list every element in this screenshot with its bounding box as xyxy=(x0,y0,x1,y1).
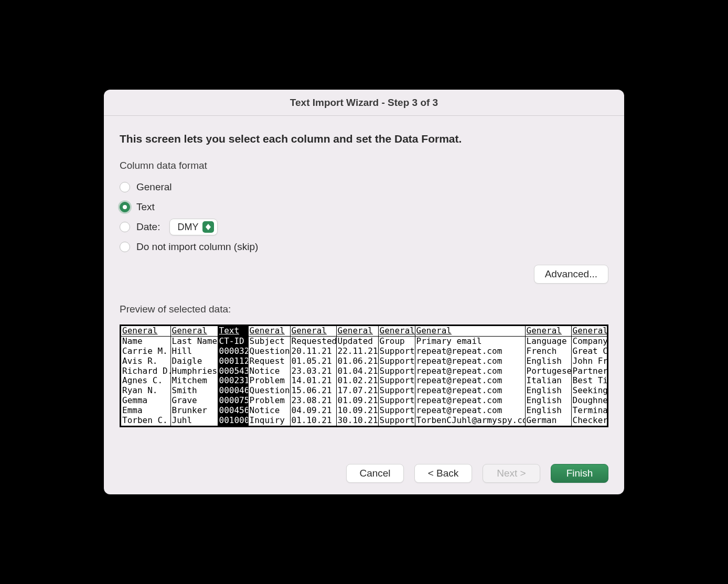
preview-cell[interactable]: 01.04.21 xyxy=(336,366,378,376)
column-format-header[interactable]: General xyxy=(248,326,290,336)
preview-cell[interactable]: Humphries xyxy=(170,366,218,376)
column-format-header[interactable]: General xyxy=(571,326,608,336)
column-format-header[interactable]: General xyxy=(121,326,170,336)
preview-cell[interactable]: Updated xyxy=(336,336,378,346)
preview-cell[interactable]: repeat@repeat.com xyxy=(415,406,525,416)
preview-cell[interactable]: Language xyxy=(525,336,571,346)
preview-cell[interactable]: Requested xyxy=(290,336,336,346)
advanced-button[interactable]: Advanced... xyxy=(534,265,608,284)
preview-cell[interactable]: Primary email xyxy=(415,336,525,346)
preview-cell[interactable]: John Free xyxy=(571,356,608,366)
preview-cell[interactable]: Company xyxy=(571,336,608,346)
column-format-header[interactable]: Text xyxy=(218,326,248,336)
preview-cell[interactable]: 01.09.21 xyxy=(336,396,378,406)
preview-cell[interactable]: 01.02.21 xyxy=(336,376,378,386)
preview-cell[interactable]: Support xyxy=(378,366,415,376)
preview-cell[interactable]: English xyxy=(525,386,571,396)
preview-cell[interactable]: Last Name xyxy=(170,336,218,346)
preview-cell[interactable]: Emma xyxy=(121,406,170,416)
preview-cell[interactable]: Brunker xyxy=(170,406,218,416)
preview-cell[interactable]: 001000 xyxy=(218,416,248,426)
preview-cell[interactable]: 17.07.21 xyxy=(336,386,378,396)
preview-cell[interactable]: Checkers xyxy=(571,416,608,426)
preview-cell[interactable]: German xyxy=(525,416,571,426)
preview-cell[interactable]: Support xyxy=(378,386,415,396)
preview-cell[interactable]: 000231 xyxy=(218,376,248,386)
preview-cell[interactable]: Avis R. xyxy=(121,356,170,366)
radio-date[interactable] xyxy=(120,222,130,232)
preview-cell[interactable]: TorbenCJuhl@armyspy.com xyxy=(415,416,525,426)
preview-cell[interactable]: English xyxy=(525,356,571,366)
preview-cell[interactable]: Support xyxy=(378,376,415,386)
preview-cell[interactable]: repeat@repeat.com xyxy=(415,376,525,386)
preview-cell[interactable]: 10.09.21 xyxy=(336,406,378,416)
preview-cell[interactable]: repeat@repeat.com xyxy=(415,356,525,366)
preview-cell[interactable]: Grave xyxy=(170,396,218,406)
preview-cell[interactable]: 000543 xyxy=(218,366,248,376)
preview-cell[interactable]: Group xyxy=(378,336,415,346)
finish-button[interactable]: Finish xyxy=(551,464,608,483)
radio-skip-row[interactable]: Do not import column (skip) xyxy=(120,239,608,255)
back-button[interactable]: < Back xyxy=(414,464,472,483)
preview-cell[interactable]: Partner Wo xyxy=(571,366,608,376)
preview-cell[interactable]: Mitchem xyxy=(170,376,218,386)
preview-cell[interactable]: Italian xyxy=(525,376,571,386)
preview-cell[interactable]: 01.06.21 xyxy=(336,356,378,366)
preview-cell[interactable]: CT-ID xyxy=(218,336,248,346)
preview-cell[interactable]: French xyxy=(525,347,571,356)
preview-cell[interactable]: Seeking Al xyxy=(571,386,608,396)
preview-cell[interactable]: Support xyxy=(378,406,415,416)
radio-text[interactable] xyxy=(120,202,130,212)
column-format-header[interactable]: General xyxy=(336,326,378,336)
radio-general-row[interactable]: General xyxy=(120,179,608,196)
preview-cell[interactable]: 01.10.21 xyxy=(290,416,336,426)
preview-cell[interactable]: Richard D. xyxy=(121,366,170,376)
preview-table[interactable]: GeneralGeneralTextGeneralGeneralGeneralG… xyxy=(121,326,608,426)
preview-cell[interactable]: Notice xyxy=(248,366,290,376)
preview-cell[interactable]: Subject xyxy=(248,336,290,346)
preview-cell[interactable]: Hill xyxy=(170,347,218,356)
preview-cell[interactable]: Agnes C. xyxy=(121,376,170,386)
cancel-button[interactable]: Cancel xyxy=(346,464,404,483)
preview-cell[interactable]: 23.03.21 xyxy=(290,366,336,376)
preview-cell[interactable]: Question xyxy=(248,347,290,356)
preview-cell[interactable]: Ryan N. xyxy=(121,386,170,396)
preview-cell[interactable]: Torben C. xyxy=(121,416,170,426)
preview-cell[interactable]: Juhl xyxy=(170,416,218,426)
preview-cell[interactable]: 15.06.21 xyxy=(290,386,336,396)
preview-cell[interactable]: Support xyxy=(378,396,415,406)
date-format-select[interactable]: DMY xyxy=(169,219,218,235)
radio-skip[interactable] xyxy=(120,242,130,252)
preview-cell[interactable]: 23.08.21 xyxy=(290,396,336,406)
preview-cell[interactable]: repeat@repeat.com xyxy=(415,347,525,356)
preview-cell[interactable]: 04.09.21 xyxy=(290,406,336,416)
preview-box[interactable]: GeneralGeneralTextGeneralGeneralGeneralG… xyxy=(120,325,608,427)
preview-cell[interactable]: English xyxy=(525,396,571,406)
preview-cell[interactable]: 20.11.21 xyxy=(290,347,336,356)
preview-cell[interactable]: Support xyxy=(378,347,415,356)
preview-cell[interactable]: 30.10.21 xyxy=(336,416,378,426)
preview-cell[interactable]: Question xyxy=(248,386,290,396)
preview-cell[interactable]: Problem xyxy=(248,376,290,386)
preview-cell[interactable]: Problem xyxy=(248,396,290,406)
preview-cell[interactable]: Support xyxy=(378,356,415,366)
preview-cell[interactable]: Name xyxy=(121,336,170,346)
preview-cell[interactable]: repeat@repeat.com xyxy=(415,396,525,406)
preview-cell[interactable]: Terminator xyxy=(571,406,608,416)
radio-text-row[interactable]: Text xyxy=(120,199,608,215)
preview-cell[interactable]: Best Ticke xyxy=(571,376,608,386)
preview-cell[interactable]: Portugese xyxy=(525,366,571,376)
column-format-header[interactable]: General xyxy=(170,326,218,336)
preview-cell[interactable]: repeat@repeat.com xyxy=(415,386,525,396)
preview-cell[interactable]: Great Comp xyxy=(571,347,608,356)
preview-cell[interactable]: Request xyxy=(248,356,290,366)
preview-cell[interactable]: Daigle xyxy=(170,356,218,366)
preview-cell[interactable]: 000112 xyxy=(218,356,248,366)
preview-cell[interactable]: 14.01.21 xyxy=(290,376,336,386)
preview-cell[interactable]: 01.05.21 xyxy=(290,356,336,366)
preview-cell[interactable]: 22.11.21 xyxy=(336,347,378,356)
radio-general[interactable] xyxy=(120,182,130,192)
preview-cell[interactable]: Smith xyxy=(170,386,218,396)
preview-cell[interactable]: 000032 xyxy=(218,347,248,356)
preview-cell[interactable]: Notice xyxy=(248,406,290,416)
